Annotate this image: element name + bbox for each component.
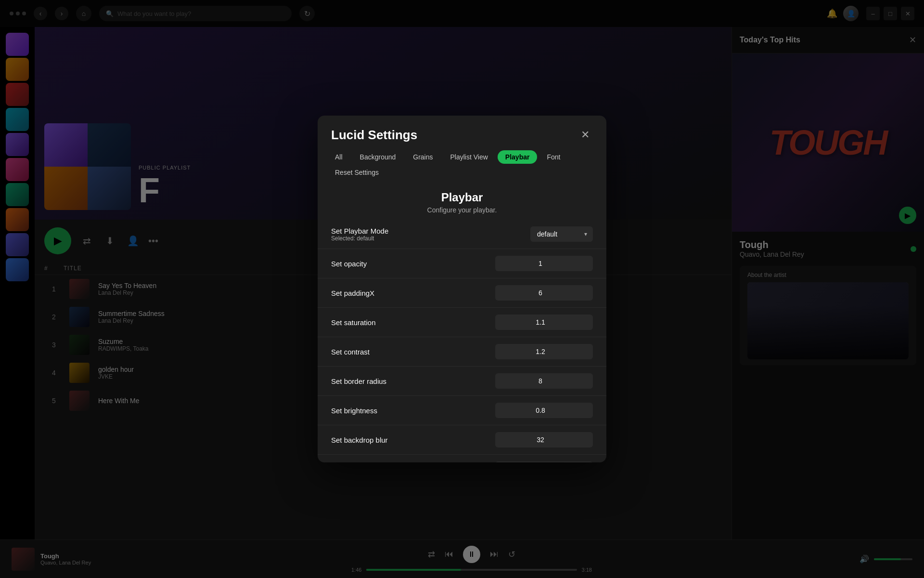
border-radius-input[interactable] — [495, 373, 593, 389]
setting-label-saturation: Set saturation — [331, 318, 376, 327]
setting-row-playbar-mode: Set Playbar Mode Selected: default defau… — [318, 220, 606, 249]
setting-sublabel-playbar-mode: Selected: default — [331, 235, 388, 242]
section-heading: Playbar Configure your playbar. — [318, 187, 606, 216]
modal-close-button[interactable]: ✕ — [578, 127, 593, 143]
paddingx-input[interactable] — [495, 285, 593, 301]
tab-reset-settings[interactable]: Reset Settings — [327, 166, 386, 179]
tab-playlist-view[interactable]: Playlist View — [443, 150, 496, 164]
playbar-mode-select[interactable]: default minimal compact — [530, 226, 593, 242]
setting-label-border-radius: Set border radius — [331, 377, 386, 385]
modal-title: Lucid Settings — [331, 128, 417, 143]
backdrop-blur-input[interactable] — [495, 432, 593, 447]
setting-row-opacity: Set opacity — [318, 249, 606, 278]
brightness-input[interactable] — [495, 403, 593, 418]
setting-label-playbar-mode: Set Playbar Mode — [331, 227, 388, 235]
tab-background[interactable]: Background — [352, 150, 404, 164]
playbar-mode-dropdown-wrapper: default minimal compact ▾ — [530, 226, 593, 242]
bg-color-input[interactable] — [495, 461, 593, 462]
setting-row-contrast: Set contrast — [318, 337, 606, 367]
tab-grains[interactable]: Grains — [405, 150, 440, 164]
setting-label-group: Set Playbar Mode Selected: default — [331, 227, 388, 242]
setting-label-brightness: Set brightness — [331, 407, 377, 415]
setting-label-backdrop-blur: Set backdrop blur — [331, 436, 388, 444]
modal-header: Lucid Settings ✕ — [318, 116, 606, 150]
contrast-input[interactable] — [495, 344, 593, 359]
setting-row-bg-color: Set background color — [318, 455, 606, 462]
tab-font[interactable]: Font — [539, 150, 568, 164]
section-title: Playbar — [318, 191, 606, 204]
section-subtitle: Configure your playbar. — [318, 206, 606, 214]
setting-row-paddingx: Set paddingX — [318, 278, 606, 308]
setting-label-opacity: Set opacity — [331, 260, 367, 268]
settings-modal: Lucid Settings ✕ All Background Grains P… — [318, 116, 606, 462]
setting-label-contrast: Set contrast — [331, 348, 370, 356]
setting-row-saturation: Set saturation — [318, 308, 606, 337]
saturation-input[interactable] — [495, 315, 593, 330]
tab-playbar[interactable]: Playbar — [498, 150, 538, 164]
tab-all[interactable]: All — [327, 150, 350, 164]
tab-bar: All Background Grains Playlist View Play… — [318, 150, 606, 187]
setting-row-backdrop-blur: Set backdrop blur — [318, 425, 606, 455]
modal-overlay: Lucid Settings ✕ All Background Grains P… — [0, 0, 924, 578]
setting-label-paddingx: Set paddingX — [331, 289, 374, 297]
opacity-input[interactable] — [495, 256, 593, 271]
setting-row-brightness: Set brightness — [318, 396, 606, 425]
settings-body: Set Playbar Mode Selected: default defau… — [318, 216, 606, 462]
setting-row-border-radius: Set border radius — [318, 367, 606, 396]
